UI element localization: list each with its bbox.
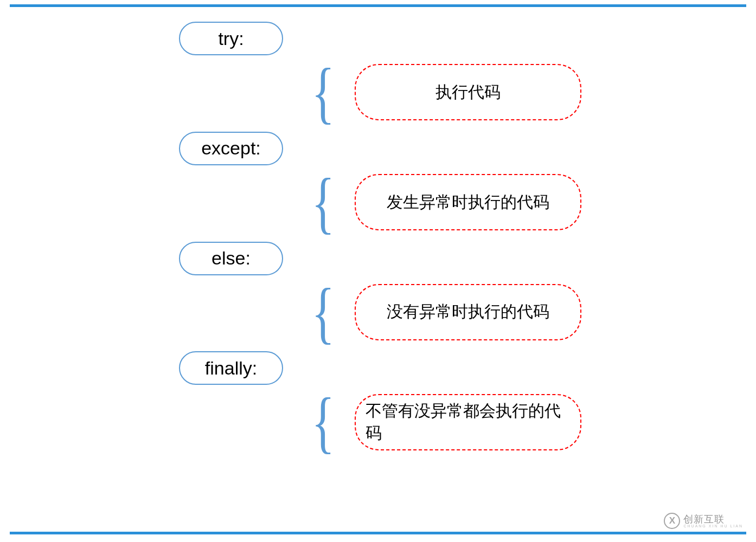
watermark-logo-letter: X — [669, 515, 675, 526]
except-description-label: 发生异常时执行的代码 — [387, 191, 549, 214]
try-description-label: 执行代码 — [435, 81, 501, 104]
finally-keyword-label: finally: — [205, 358, 257, 379]
watermark-text: 创新互联 CHUANG XIN HU LIAN — [683, 514, 743, 528]
watermark-main-label: 创新互联 — [683, 514, 743, 524]
except-keyword-label: except: — [201, 138, 261, 159]
try-description-box: 执行代码 — [355, 64, 581, 120]
brace-icon: { — [311, 173, 335, 232]
try-keyword-box: try: — [179, 22, 283, 55]
else-description-box: 没有异常时执行的代码 — [355, 284, 581, 340]
bottom-border — [10, 532, 746, 534]
finally-body-row: { 不管有没异常都会执行的代码 — [306, 392, 613, 451]
except-section: except: { 发生异常时执行的代码 — [179, 132, 613, 232]
brace-icon: { — [311, 283, 335, 342]
brace-icon: { — [311, 63, 335, 122]
brace-icon: { — [311, 392, 335, 451]
try-section: try: { 执行代码 — [179, 22, 613, 122]
watermark-logo-icon: X — [664, 513, 680, 529]
else-keyword-label: else: — [212, 248, 251, 269]
except-body-row: { 发生异常时执行的代码 — [306, 173, 613, 232]
else-description-label: 没有异常时执行的代码 — [387, 301, 549, 323]
else-keyword-box: else: — [179, 242, 283, 275]
except-description-box: 发生异常时执行的代码 — [355, 174, 581, 230]
else-section: else: { 没有异常时执行的代码 — [179, 242, 613, 342]
finally-description-box: 不管有没异常都会执行的代码 — [355, 394, 581, 450]
watermark: X 创新互联 CHUANG XIN HU LIAN — [664, 513, 743, 529]
try-body-row: { 执行代码 — [306, 63, 613, 122]
finally-keyword-box: finally: — [179, 351, 283, 385]
except-keyword-box: except: — [179, 132, 283, 165]
finally-section: finally: { 不管有没异常都会执行的代码 — [179, 351, 613, 451]
watermark-sub-label: CHUANG XIN HU LIAN — [683, 524, 743, 528]
try-keyword-label: try: — [218, 28, 244, 49]
diagram-container: try: { 执行代码 except: { 发生异常时执行的代码 else: {… — [179, 22, 613, 461]
top-border — [10, 4, 746, 7]
finally-description-label: 不管有没异常都会执行的代码 — [366, 400, 571, 444]
else-body-row: { 没有异常时执行的代码 — [306, 283, 613, 342]
